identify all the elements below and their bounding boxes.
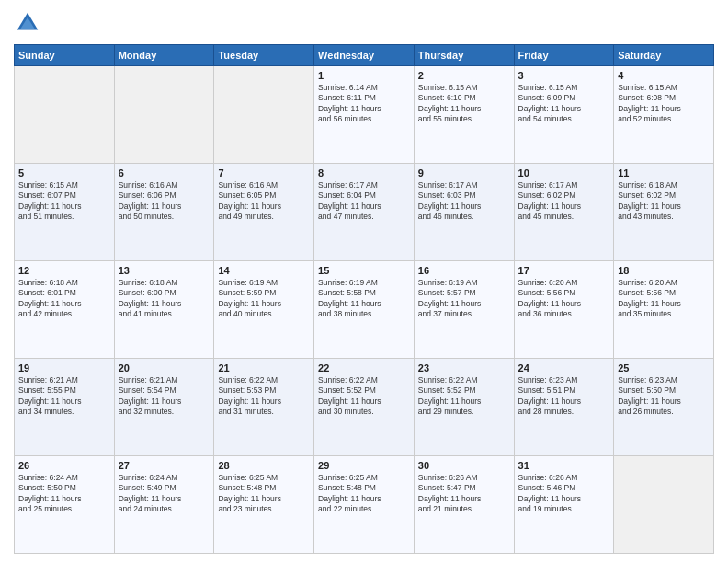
day-number: 4 [618,70,710,81]
calendar-cell: 19Sunrise: 6:21 AM Sunset: 5:55 PM Dayli… [15,359,115,456]
day-number: 10 [518,167,610,178]
day-number: 16 [418,265,510,276]
cell-info: Sunrise: 6:21 AM Sunset: 5:55 PM Dayligh… [18,375,110,418]
day-number: 20 [119,362,210,373]
calendar-cell [614,456,714,554]
cell-info: Sunrise: 6:16 AM Sunset: 6:06 PM Dayligh… [119,180,210,223]
calendar-cell: 6Sunrise: 6:16 AM Sunset: 6:06 PM Daylig… [114,164,214,261]
calendar-table: SundayMondayTuesdayWednesdayThursdayFrid… [14,44,714,554]
cell-info: Sunrise: 6:17 AM Sunset: 6:04 PM Dayligh… [318,180,410,223]
calendar-cell: 4Sunrise: 6:15 AM Sunset: 6:08 PM Daylig… [614,66,714,164]
day-number: 6 [119,167,210,178]
week-row-1: 1Sunrise: 6:14 AM Sunset: 6:11 PM Daylig… [15,66,714,164]
cell-info: Sunrise: 6:15 AM Sunset: 6:08 PM Dayligh… [618,83,710,125]
day-number: 13 [119,265,210,276]
cell-info: Sunrise: 6:22 AM Sunset: 5:53 PM Dayligh… [218,375,310,418]
day-number: 24 [518,362,610,373]
header [14,9,714,37]
weekday-header-thursday: Thursday [414,45,514,66]
calendar-cell: 13Sunrise: 6:18 AM Sunset: 6:00 PM Dayli… [114,261,214,359]
calendar-cell: 22Sunrise: 6:22 AM Sunset: 5:52 PM Dayli… [314,359,415,456]
calendar-cell: 15Sunrise: 6:19 AM Sunset: 5:58 PM Dayli… [314,261,415,359]
day-number: 15 [318,265,410,276]
day-number: 19 [18,362,110,373]
calendar-cell: 5Sunrise: 6:15 AM Sunset: 6:07 PM Daylig… [15,164,115,261]
calendar-cell: 25Sunrise: 6:23 AM Sunset: 5:50 PM Dayli… [614,359,714,456]
cell-info: Sunrise: 6:23 AM Sunset: 5:51 PM Dayligh… [518,375,610,418]
day-number: 5 [18,167,110,178]
calendar-cell: 9Sunrise: 6:17 AM Sunset: 6:03 PM Daylig… [414,164,514,261]
calendar-cell: 3Sunrise: 6:15 AM Sunset: 6:09 PM Daylig… [514,66,614,164]
calendar-cell: 27Sunrise: 6:24 AM Sunset: 5:49 PM Dayli… [114,456,214,554]
cell-info: Sunrise: 6:20 AM Sunset: 5:56 PM Dayligh… [518,278,610,320]
cell-info: Sunrise: 6:17 AM Sunset: 6:03 PM Dayligh… [418,180,510,223]
day-number: 25 [618,362,710,373]
day-number: 30 [418,460,510,471]
calendar-cell: 28Sunrise: 6:25 AM Sunset: 5:48 PM Dayli… [214,456,314,554]
calendar-cell: 23Sunrise: 6:22 AM Sunset: 5:52 PM Dayli… [414,359,514,456]
day-number: 26 [18,460,110,471]
day-number: 23 [418,362,510,373]
cell-info: Sunrise: 6:18 AM Sunset: 6:01 PM Dayligh… [18,278,110,320]
day-number: 7 [218,167,310,178]
page: SundayMondayTuesdayWednesdayThursdayFrid… [0,0,728,563]
weekday-header-tuesday: Tuesday [214,45,314,66]
weekday-header-row: SundayMondayTuesdayWednesdayThursdayFrid… [15,45,714,66]
day-number: 27 [119,460,210,471]
day-number: 1 [318,70,410,81]
calendar-cell: 21Sunrise: 6:22 AM Sunset: 5:53 PM Dayli… [214,359,314,456]
cell-info: Sunrise: 6:15 AM Sunset: 6:09 PM Dayligh… [518,83,610,125]
cell-info: Sunrise: 6:19 AM Sunset: 5:59 PM Dayligh… [218,278,310,320]
weekday-header-saturday: Saturday [614,45,714,66]
day-number: 2 [418,70,510,81]
cell-info: Sunrise: 6:14 AM Sunset: 6:11 PM Dayligh… [318,83,410,125]
cell-info: Sunrise: 6:17 AM Sunset: 6:02 PM Dayligh… [518,180,610,223]
calendar-cell: 26Sunrise: 6:24 AM Sunset: 5:50 PM Dayli… [15,456,115,554]
day-number: 22 [318,362,410,373]
calendar-cell: 20Sunrise: 6:21 AM Sunset: 5:54 PM Dayli… [114,359,214,456]
calendar-cell [15,66,115,164]
day-number: 12 [18,265,110,276]
cell-info: Sunrise: 6:24 AM Sunset: 5:49 PM Dayligh… [119,473,210,515]
day-number: 17 [518,265,610,276]
day-number: 21 [218,362,310,373]
cell-info: Sunrise: 6:18 AM Sunset: 6:02 PM Dayligh… [618,180,710,223]
logo-icon [14,9,41,37]
calendar-cell: 24Sunrise: 6:23 AM Sunset: 5:51 PM Dayli… [514,359,614,456]
calendar-cell: 1Sunrise: 6:14 AM Sunset: 6:11 PM Daylig… [314,66,415,164]
calendar-cell: 7Sunrise: 6:16 AM Sunset: 6:05 PM Daylig… [214,164,314,261]
cell-info: Sunrise: 6:24 AM Sunset: 5:50 PM Dayligh… [18,473,110,515]
cell-info: Sunrise: 6:20 AM Sunset: 5:56 PM Dayligh… [618,278,710,320]
cell-info: Sunrise: 6:15 AM Sunset: 6:07 PM Dayligh… [18,180,110,223]
cell-info: Sunrise: 6:22 AM Sunset: 5:52 PM Dayligh… [318,375,410,418]
cell-info: Sunrise: 6:25 AM Sunset: 5:48 PM Dayligh… [318,473,410,515]
cell-info: Sunrise: 6:26 AM Sunset: 5:47 PM Dayligh… [418,473,510,515]
week-row-5: 26Sunrise: 6:24 AM Sunset: 5:50 PM Dayli… [15,456,714,554]
calendar-cell: 29Sunrise: 6:25 AM Sunset: 5:48 PM Dayli… [314,456,415,554]
week-row-2: 5Sunrise: 6:15 AM Sunset: 6:07 PM Daylig… [15,164,714,261]
weekday-header-monday: Monday [114,45,214,66]
logo [14,9,47,37]
day-number: 31 [518,460,610,471]
calendar-cell: 12Sunrise: 6:18 AM Sunset: 6:01 PM Dayli… [15,261,115,359]
day-number: 9 [418,167,510,178]
day-number: 18 [618,265,710,276]
week-row-3: 12Sunrise: 6:18 AM Sunset: 6:01 PM Dayli… [15,261,714,359]
calendar-cell: 8Sunrise: 6:17 AM Sunset: 6:04 PM Daylig… [314,164,415,261]
cell-info: Sunrise: 6:25 AM Sunset: 5:48 PM Dayligh… [218,473,310,515]
calendar-cell: 10Sunrise: 6:17 AM Sunset: 6:02 PM Dayli… [514,164,614,261]
cell-info: Sunrise: 6:19 AM Sunset: 5:57 PM Dayligh… [418,278,510,320]
cell-info: Sunrise: 6:18 AM Sunset: 6:00 PM Dayligh… [119,278,210,320]
day-number: 11 [618,167,710,178]
cell-info: Sunrise: 6:15 AM Sunset: 6:10 PM Dayligh… [418,83,510,125]
day-number: 29 [318,460,410,471]
weekday-header-friday: Friday [514,45,614,66]
calendar-cell: 17Sunrise: 6:20 AM Sunset: 5:56 PM Dayli… [514,261,614,359]
cell-info: Sunrise: 6:16 AM Sunset: 6:05 PM Dayligh… [218,180,310,223]
cell-info: Sunrise: 6:21 AM Sunset: 5:54 PM Dayligh… [119,375,210,418]
calendar-cell [214,66,314,164]
day-number: 28 [218,460,310,471]
day-number: 3 [518,70,610,81]
week-row-4: 19Sunrise: 6:21 AM Sunset: 5:55 PM Dayli… [15,359,714,456]
calendar-cell: 16Sunrise: 6:19 AM Sunset: 5:57 PM Dayli… [414,261,514,359]
